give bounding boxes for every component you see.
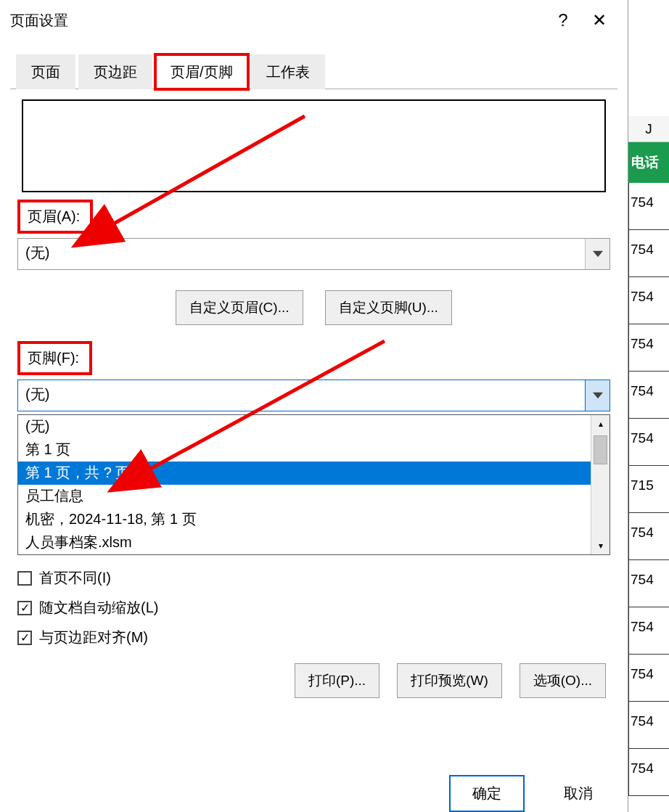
scale-with-doc-checkbox[interactable]: ✓ 随文档自动缩放(L) [17, 598, 610, 618]
scrollbar[interactable]: ▴ ▾ [591, 415, 610, 554]
sheet-cell: 715 [628, 466, 669, 513]
footer-dropdown-value: (无) [18, 380, 585, 411]
checkbox-label: 随文档自动缩放(L) [39, 598, 158, 618]
tab-header-footer[interactable]: 页眉/页脚 [155, 54, 248, 89]
sheet-cell: 754 [628, 702, 669, 749]
custom-footer-button[interactable]: 自定义页脚(U)... [325, 290, 452, 325]
column-header: 电话 [628, 142, 669, 183]
sheet-cell: 754 [628, 230, 669, 277]
first-page-different-checkbox[interactable]: 首页不同(I) [17, 568, 610, 588]
footer-option[interactable]: 第 1 页 [18, 438, 610, 462]
cancel-button[interactable]: 取消 [549, 775, 607, 812]
footer-option[interactable]: 人员事档案.xlsm [18, 531, 610, 554]
footer-label: 页脚(F): [17, 341, 92, 375]
scroll-thumb[interactable] [594, 435, 607, 464]
sheet-cell: 754 [628, 513, 669, 560]
chevron-down-icon[interactable] [585, 380, 610, 411]
scroll-up-icon[interactable]: ▴ [591, 415, 610, 432]
sheet-cell: 754 [628, 749, 669, 796]
column-letter: J [628, 116, 669, 142]
sheet-cell: 754 [628, 607, 669, 655]
sheet-cell: 754 [628, 277, 669, 324]
footer-option-selected[interactable]: 第 1 页，共 ? 页 [18, 462, 610, 485]
chevron-down-icon[interactable] [585, 239, 610, 269]
tab-margins[interactable]: 页边距 [78, 54, 152, 89]
spreadsheet-background: J 电话 754 754 754 754 754 754 715 754 754… [628, 0, 669, 812]
scroll-down-icon[interactable]: ▾ [591, 537, 610, 554]
footer-options-list[interactable]: (无) 第 1 页 第 1 页，共 ? 页 员工信息 机密，2024-11-18… [17, 414, 610, 555]
page-setup-dialog: 页面设置 ? ✕ 页面 页边距 页眉/页脚 工作表 页眉(A): (无) 自定义… [0, 0, 628, 812]
tab-sheet[interactable]: 工作表 [251, 54, 325, 89]
sheet-cell: 754 [628, 419, 669, 466]
checkbox-label: 首页不同(I) [39, 568, 111, 588]
sheet-cell: 754 [628, 324, 669, 372]
titlebar: 页面设置 ? ✕ [0, 0, 628, 41]
footer-option[interactable]: 员工信息 [18, 485, 610, 508]
dialog-title: 页面设置 [10, 11, 545, 30]
header-dropdown[interactable]: (无) [17, 238, 610, 270]
sheet-cell: 754 [628, 655, 669, 702]
tab-page[interactable]: 页面 [16, 54, 75, 89]
ok-button[interactable]: 确定 [449, 775, 525, 812]
header-dropdown-value: (无) [18, 239, 585, 269]
footer-dropdown[interactable]: (无) [17, 380, 610, 411]
tab-bar: 页面 页边距 页眉/页脚 工作表 [16, 54, 628, 89]
align-margins-checkbox[interactable]: ✓ 与页边距对齐(M) [17, 628, 610, 647]
footer-option[interactable]: 机密，2024-11-18, 第 1 页 [18, 508, 610, 531]
checkbox-checked-icon: ✓ [17, 601, 32, 615]
options-button[interactable]: 选项(O)... [520, 663, 606, 698]
print-button[interactable]: 打印(P)... [295, 663, 379, 698]
header-label: 页眉(A): [17, 200, 93, 234]
close-button[interactable]: ✕ [581, 6, 617, 35]
checkbox-checked-icon: ✓ [17, 631, 32, 645]
sheet-cell: 754 [628, 560, 669, 607]
custom-header-button[interactable]: 自定义页眉(C)... [176, 290, 303, 325]
sheet-cell: 754 [628, 372, 669, 419]
print-preview-button[interactable]: 打印预览(W) [397, 663, 502, 698]
help-button[interactable]: ? [545, 6, 581, 35]
checkbox-label: 与页边距对齐(M) [39, 628, 148, 647]
sheet-cell: 754 [628, 183, 669, 230]
header-preview [22, 99, 606, 192]
checkbox-icon [17, 571, 32, 586]
footer-option[interactable]: (无) [18, 415, 610, 438]
